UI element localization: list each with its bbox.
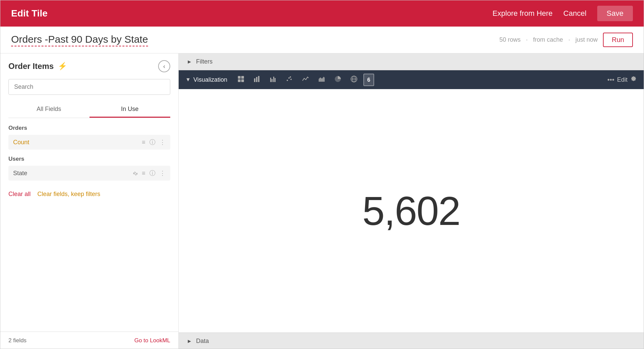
state-field-item: State ⇄ ≡ ⓘ ⋮ <box>8 166 170 181</box>
table-icon-button[interactable] <box>234 74 248 86</box>
fields-count: 2 fields <box>8 337 27 344</box>
svg-rect-4 <box>254 78 255 82</box>
go-to-lookml-button[interactable]: Go to LookML <box>134 337 170 344</box>
users-group-label: Users <box>8 156 170 162</box>
content-area: ► Filters ▼ Visualization <box>179 53 644 349</box>
count-field-item: Count ≡ ⓘ ⋮ <box>8 135 170 150</box>
area-icon-button[interactable] <box>315 74 328 86</box>
main-layout: Order Items ⚡ ‹ All Fields In Use Orders… <box>0 53 644 349</box>
svg-point-11 <box>287 80 288 81</box>
filters-label: Filters <box>196 58 213 65</box>
viz-more-button[interactable]: ••• <box>607 76 614 84</box>
filters-bar[interactable]: ► Filters <box>179 53 644 70</box>
count-field-name[interactable]: Count <box>13 139 142 146</box>
count-field-icons: ≡ ⓘ ⋮ <box>142 138 166 146</box>
svg-rect-5 <box>256 77 257 82</box>
meta-dot2: · <box>568 36 570 43</box>
search-input[interactable] <box>8 79 170 95</box>
explore-from-here-button[interactable]: Explore from Here <box>493 9 553 18</box>
svg-marker-15 <box>319 77 325 82</box>
meta-time: just now <box>575 36 598 43</box>
data-bar[interactable]: ► Data <box>179 333 644 349</box>
header: Edit Tile Explore from Here Cancel Save <box>0 0 644 27</box>
meta-dot1: · <box>526 36 528 43</box>
sidebar-footer-links: Clear all Clear fields, keep filters <box>8 191 170 198</box>
header-actions: Explore from Here Cancel Save <box>493 6 633 21</box>
svg-rect-2 <box>238 79 241 82</box>
data-expand-icon[interactable]: ► <box>187 338 192 344</box>
users-group: Users State ⇄ ≡ ⓘ ⋮ <box>8 156 170 185</box>
lightning-icon: ⚡ <box>58 62 67 71</box>
grouped-bar-icon-button[interactable] <box>266 74 280 86</box>
save-button[interactable]: Save <box>597 6 633 21</box>
big-number-display: 5,602 <box>362 188 460 234</box>
run-button[interactable]: Run <box>603 33 633 47</box>
tab-in-use[interactable]: In Use <box>90 102 171 118</box>
viz-label: Visualization <box>193 76 227 83</box>
visualization-bar: ▼ Visualization <box>179 70 644 89</box>
viz-collapse-icon[interactable]: ▼ <box>185 77 191 83</box>
svg-rect-0 <box>238 76 241 79</box>
tab-all-fields[interactable]: All Fields <box>8 102 90 118</box>
svg-rect-9 <box>273 77 274 82</box>
pie-icon-button[interactable] <box>331 74 345 86</box>
svg-rect-6 <box>258 76 259 82</box>
cancel-button[interactable]: Cancel <box>563 9 586 18</box>
bar-chart-icon-button[interactable] <box>250 74 264 86</box>
single-value-digit: 6 <box>367 77 370 83</box>
state-field-icons: ⇄ ≡ ⓘ ⋮ <box>133 169 166 177</box>
collapse-sidebar-button[interactable]: ‹ <box>158 60 170 72</box>
data-label: Data <box>196 338 209 345</box>
state-field-name[interactable]: State <box>13 170 133 177</box>
scatter-icon-button[interactable] <box>283 74 296 86</box>
more-options-icon-state[interactable]: ⋮ <box>159 169 166 177</box>
query-bar: Orders -Past 90 Days by State 50 rows · … <box>0 27 644 53</box>
info-icon-state[interactable]: ⓘ <box>149 169 155 177</box>
map-icon-button[interactable] <box>347 74 361 86</box>
orders-group-label: Orders <box>8 125 170 131</box>
svg-point-13 <box>290 79 292 80</box>
filters-expand-icon[interactable]: ► <box>187 59 192 65</box>
single-value-icon-button[interactable]: 6 <box>363 74 374 86</box>
svg-point-12 <box>288 77 290 79</box>
viz-edit-button[interactable]: Edit <box>617 76 628 83</box>
svg-point-14 <box>290 76 291 78</box>
viz-content: 5,602 <box>179 89 644 333</box>
rows-count: 50 rows <box>499 36 521 43</box>
cache-source: from cache <box>533 36 563 43</box>
query-meta: 50 rows · from cache · just now Run <box>499 33 633 47</box>
sidebar-title: Order Items <box>8 62 54 71</box>
chevron-left-icon: ‹ <box>163 63 165 70</box>
svg-rect-1 <box>241 76 244 79</box>
sidebar: Order Items ⚡ ‹ All Fields In Use Orders… <box>0 53 179 349</box>
svg-rect-7 <box>270 78 271 82</box>
sidebar-title-area: Order Items ⚡ <box>8 62 67 71</box>
info-icon[interactable]: ⓘ <box>149 138 155 146</box>
field-tabs: All Fields In Use <box>8 102 170 118</box>
page-title: Edit Tile <box>11 8 47 19</box>
filter-icon[interactable]: ≡ <box>142 139 145 146</box>
sidebar-header: Order Items ⚡ ‹ <box>8 60 170 72</box>
query-title: Orders -Past 90 Days by State <box>11 34 148 46</box>
line-icon-button[interactable] <box>299 74 312 86</box>
svg-rect-10 <box>275 78 276 82</box>
svg-rect-3 <box>241 79 244 82</box>
filter-icon-state[interactable]: ≡ <box>142 170 145 177</box>
sidebar-bottom-bar: 2 fields Go to LookML <box>0 332 178 349</box>
clear-all-button[interactable]: Clear all <box>8 191 31 198</box>
viz-settings-button[interactable] <box>630 76 637 84</box>
svg-rect-8 <box>272 79 273 82</box>
clear-fields-button[interactable]: Clear fields, keep filters <box>37 191 100 198</box>
more-options-icon[interactable]: ⋮ <box>159 139 166 146</box>
